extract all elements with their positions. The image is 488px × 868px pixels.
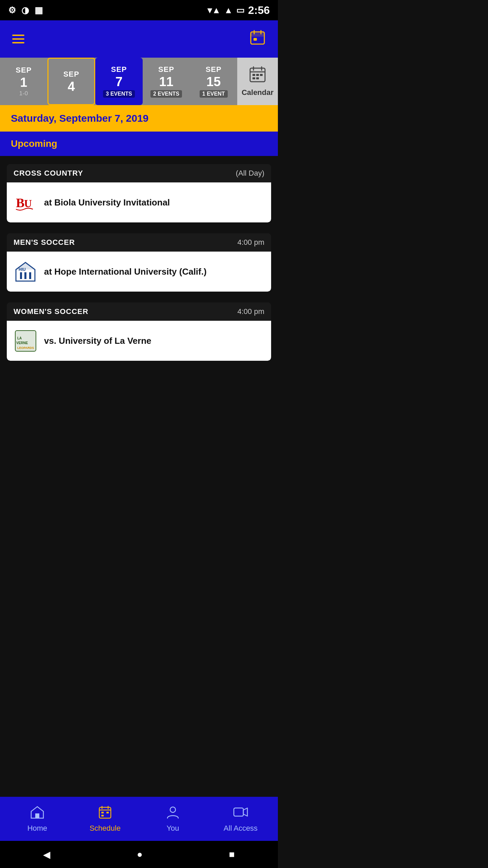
svg-rect-32	[101, 812, 104, 813]
team-logo-hiu: HIU	[14, 260, 37, 283]
event-sport-womens-soccer: WOMEN'S SOCCER	[14, 307, 88, 316]
event-header-cross-country: CROSS COUNTRY (All Day)	[7, 164, 271, 182]
calendar-button[interactable]	[249, 29, 266, 49]
event-body-womens-soccer[interactable]: LA VERNE LEOPARDS vs. University of La V…	[7, 321, 271, 361]
svg-rect-13	[256, 77, 259, 79]
svg-rect-18	[20, 272, 22, 279]
event-time-cross-country: (All Day)	[236, 169, 264, 178]
svg-rect-4	[253, 38, 257, 41]
svg-rect-12	[252, 77, 255, 79]
back-button[interactable]: ◀	[43, 849, 50, 860]
video-icon	[233, 805, 248, 822]
event-title-cross-country: at Biola University Invitational	[44, 197, 170, 208]
svg-text:VERNE: VERNE	[16, 341, 28, 345]
svg-rect-28	[99, 807, 111, 818]
battery-icon: ▭	[236, 5, 245, 16]
schedule-icon	[98, 805, 112, 822]
calendar-nav-label: Calendar	[242, 88, 273, 97]
date-sep-1[interactable]: SEP 1 1-0	[0, 58, 47, 105]
system-nav: ◀ ● ■	[0, 841, 278, 868]
event-title-womens-soccer: vs. University of La Verne	[44, 336, 151, 346]
wifi-icon: ▾▲	[207, 5, 221, 16]
selected-date-text: Saturday, September 7, 2019	[11, 113, 148, 124]
svg-rect-10	[256, 74, 259, 76]
event-title-mens-soccer: at Hope International University (Calif.…	[44, 267, 207, 277]
selected-date-header: Saturday, September 7, 2019	[0, 105, 278, 132]
settings-icon: ⚙	[8, 5, 16, 16]
upcoming-label: Upcoming	[11, 138, 57, 149]
upcoming-section: Upcoming	[0, 132, 278, 156]
date-strip: SEP 1 1-0 SEP 4 SEP 7 3 EVENTS SEP 11 2 …	[0, 58, 278, 105]
svg-marker-37	[243, 808, 247, 816]
nav-item-you[interactable]: You	[139, 805, 207, 833]
svg-rect-34	[101, 815, 104, 816]
top-nav	[0, 20, 278, 58]
date-sep-11[interactable]: SEP 11 2 EVENTS	[143, 58, 190, 105]
event-sport-cross-country: CROSS COUNTRY	[14, 169, 83, 178]
date-sep-15[interactable]: SEP 15 1 EVENT	[190, 58, 237, 105]
date-sep-4[interactable]: SEP 4	[47, 58, 96, 105]
nav-item-all-access[interactable]: All Access	[207, 805, 274, 833]
hamburger-menu[interactable]	[12, 35, 24, 43]
event-card-cross-country[interactable]: CROSS COUNTRY (All Day) B U at Biola Uni…	[7, 164, 271, 222]
event-body-cross-country[interactable]: B U at Biola University Invitational	[7, 182, 271, 222]
recents-button[interactable]: ■	[229, 849, 235, 860]
nav-item-schedule[interactable]: Schedule	[71, 805, 139, 833]
event-body-mens-soccer[interactable]: HIU at Hope International University (Ca…	[7, 252, 271, 292]
event-header-womens-soccer: WOMEN'S SOCCER 4:00 pm	[7, 302, 271, 321]
svg-rect-33	[106, 812, 109, 813]
nav-label-all-access: All Access	[224, 824, 258, 833]
events-area: CROSS COUNTRY (All Day) B U at Biola Uni…	[0, 156, 278, 797]
calendar-grid-icon	[249, 66, 266, 86]
event-sport-mens-soccer: MEN'S SOCCER	[14, 238, 75, 247]
svg-text:U: U	[24, 197, 32, 210]
svg-rect-27	[35, 813, 39, 818]
svg-point-35	[170, 807, 176, 812]
svg-rect-1	[251, 32, 264, 37]
event-time-womens-soccer: 4:00 pm	[238, 307, 265, 316]
signal-icon: ▲	[224, 5, 233, 16]
svg-rect-36	[234, 808, 243, 816]
sim-icon: ▦	[35, 5, 43, 16]
svg-rect-19	[24, 272, 26, 279]
full-calendar-nav[interactable]: Calendar	[237, 58, 278, 105]
person-icon	[166, 805, 180, 822]
nav-label-home: Home	[27, 824, 47, 833]
team-logo-laverne: LA VERNE LEOPARDS	[14, 329, 37, 353]
event-header-mens-soccer: MEN'S SOCCER 4:00 pm	[7, 233, 271, 252]
nav-label-schedule: Schedule	[89, 824, 121, 833]
nav-label-you: You	[166, 824, 179, 833]
svg-text:HIU: HIU	[19, 267, 26, 272]
event-time-mens-soccer: 4:00 pm	[238, 238, 265, 247]
home-button[interactable]: ●	[137, 849, 143, 860]
svg-text:LA: LA	[17, 336, 22, 340]
timer-icon: ◑	[21, 5, 29, 16]
svg-rect-20	[29, 272, 31, 279]
svg-text:B: B	[16, 196, 24, 210]
svg-text:LEOPARDS: LEOPARDS	[17, 346, 34, 350]
nav-item-home[interactable]: Home	[3, 805, 71, 833]
status-bar: ⚙ ◑ ▦ ▾▲ ▲ ▭ 2:56	[0, 0, 278, 20]
event-card-mens-soccer[interactable]: MEN'S SOCCER 4:00 pm HIU at Hope Intern	[7, 233, 271, 292]
date-sep-7[interactable]: SEP 7 3 EVENTS	[95, 58, 143, 105]
status-time: 2:56	[248, 4, 270, 17]
bottom-nav: Home Schedule You	[0, 797, 278, 841]
home-icon	[30, 805, 44, 822]
team-logo-bu: B U	[14, 191, 37, 214]
svg-rect-11	[260, 74, 263, 76]
svg-rect-9	[252, 74, 255, 76]
event-card-womens-soccer[interactable]: WOMEN'S SOCCER 4:00 pm LA VERNE LEOPARDS…	[7, 302, 271, 361]
